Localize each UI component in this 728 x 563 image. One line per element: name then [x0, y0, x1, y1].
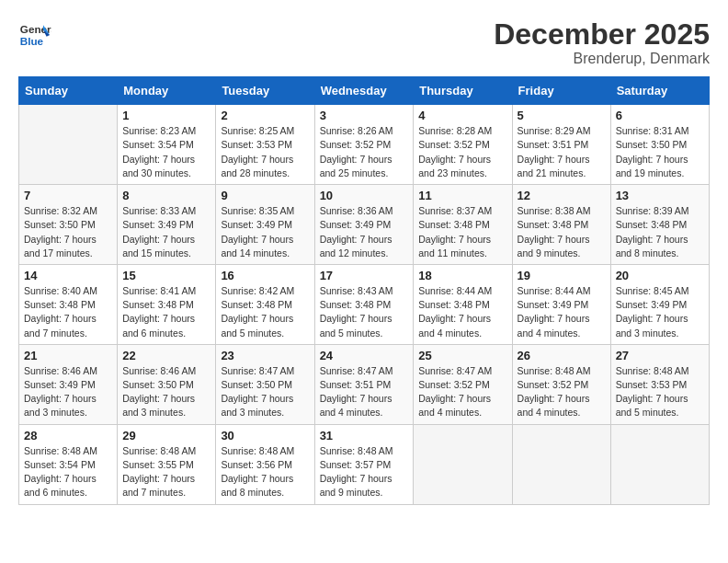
- calendar-week-row: 28Sunrise: 8:48 AM Sunset: 3:54 PM Dayli…: [19, 424, 710, 504]
- day-info: Sunrise: 8:48 AM Sunset: 3:52 PM Dayligh…: [518, 364, 606, 420]
- calendar-cell: 28Sunrise: 8:48 AM Sunset: 3:54 PM Dayli…: [19, 424, 118, 504]
- day-info: Sunrise: 8:46 AM Sunset: 3:50 PM Dayligh…: [122, 364, 210, 420]
- calendar-cell: 1Sunrise: 8:23 AM Sunset: 3:54 PM Daylig…: [118, 105, 216, 185]
- day-info: Sunrise: 8:46 AM Sunset: 3:49 PM Dayligh…: [24, 364, 112, 420]
- day-info: Sunrise: 8:32 AM Sunset: 3:50 PM Dayligh…: [24, 204, 112, 260]
- svg-text:Blue: Blue: [20, 35, 44, 47]
- calendar-cell: 14Sunrise: 8:40 AM Sunset: 3:48 PM Dayli…: [19, 264, 118, 344]
- calendar-cell: 15Sunrise: 8:41 AM Sunset: 3:48 PM Dayli…: [118, 264, 216, 344]
- day-info: Sunrise: 8:47 AM Sunset: 3:52 PM Dayligh…: [418, 364, 506, 420]
- day-number: 20: [616, 269, 704, 282]
- day-info: Sunrise: 8:44 AM Sunset: 3:48 PM Dayligh…: [418, 284, 506, 340]
- weekday-header-tuesday: Tuesday: [216, 77, 314, 105]
- day-number: 9: [221, 189, 309, 202]
- day-info: Sunrise: 8:48 AM Sunset: 3:57 PM Dayligh…: [320, 444, 409, 500]
- calendar-cell: [610, 424, 709, 504]
- day-number: 4: [418, 109, 506, 122]
- calendar-cell: 10Sunrise: 8:36 AM Sunset: 3:49 PM Dayli…: [314, 185, 414, 265]
- day-info: Sunrise: 8:37 AM Sunset: 3:48 PM Dayligh…: [418, 204, 506, 260]
- calendar-cell: 29Sunrise: 8:48 AM Sunset: 3:55 PM Dayli…: [118, 424, 216, 504]
- page-header: General Blue December 2025 Brenderup, De…: [18, 18, 710, 67]
- day-info: Sunrise: 8:48 AM Sunset: 3:55 PM Dayligh…: [122, 444, 210, 500]
- logo: General Blue: [18, 18, 51, 52]
- day-number: 13: [616, 189, 704, 202]
- day-number: 1: [122, 109, 210, 122]
- day-number: 11: [418, 189, 506, 202]
- day-number: 26: [518, 349, 606, 362]
- day-number: 21: [24, 349, 112, 362]
- calendar-cell: 7Sunrise: 8:32 AM Sunset: 3:50 PM Daylig…: [19, 185, 118, 265]
- weekday-header-monday: Monday: [118, 77, 216, 105]
- calendar-week-row: 7Sunrise: 8:32 AM Sunset: 3:50 PM Daylig…: [19, 185, 710, 265]
- calendar-cell: 8Sunrise: 8:33 AM Sunset: 3:49 PM Daylig…: [118, 185, 216, 265]
- day-info: Sunrise: 8:48 AM Sunset: 3:53 PM Dayligh…: [616, 364, 704, 420]
- calendar-week-row: 14Sunrise: 8:40 AM Sunset: 3:48 PM Dayli…: [19, 264, 710, 344]
- calendar-title: December 2025: [494, 18, 710, 51]
- calendar-cell: 9Sunrise: 8:35 AM Sunset: 3:49 PM Daylig…: [216, 185, 314, 265]
- day-info: Sunrise: 8:43 AM Sunset: 3:48 PM Dayligh…: [320, 284, 409, 340]
- day-number: 27: [616, 349, 704, 362]
- calendar-subtitle: Brenderup, Denmark: [494, 51, 710, 67]
- day-info: Sunrise: 8:47 AM Sunset: 3:50 PM Dayligh…: [221, 364, 309, 420]
- day-number: 15: [122, 269, 210, 282]
- day-number: 12: [518, 189, 606, 202]
- calendar-table: SundayMondayTuesdayWednesdayThursdayFrid…: [18, 76, 710, 504]
- day-info: Sunrise: 8:36 AM Sunset: 3:49 PM Dayligh…: [320, 204, 409, 260]
- calendar-cell: 19Sunrise: 8:44 AM Sunset: 3:49 PM Dayli…: [512, 264, 610, 344]
- calendar-cell: 24Sunrise: 8:47 AM Sunset: 3:51 PM Dayli…: [314, 344, 414, 424]
- day-number: 8: [122, 189, 210, 202]
- day-info: Sunrise: 8:23 AM Sunset: 3:54 PM Dayligh…: [122, 124, 210, 180]
- calendar-cell: [512, 424, 610, 504]
- day-info: Sunrise: 8:26 AM Sunset: 3:52 PM Dayligh…: [320, 124, 409, 180]
- calendar-cell: [19, 105, 118, 185]
- day-info: Sunrise: 8:38 AM Sunset: 3:48 PM Dayligh…: [518, 204, 606, 260]
- day-number: 25: [418, 349, 506, 362]
- calendar-cell: 4Sunrise: 8:28 AM Sunset: 3:52 PM Daylig…: [414, 105, 512, 185]
- calendar-week-row: 1Sunrise: 8:23 AM Sunset: 3:54 PM Daylig…: [19, 105, 710, 185]
- day-info: Sunrise: 8:45 AM Sunset: 3:49 PM Dayligh…: [616, 284, 704, 340]
- calendar-cell: 26Sunrise: 8:48 AM Sunset: 3:52 PM Dayli…: [512, 344, 610, 424]
- calendar-cell: 27Sunrise: 8:48 AM Sunset: 3:53 PM Dayli…: [610, 344, 709, 424]
- day-number: 19: [518, 269, 606, 282]
- calendar-cell: 31Sunrise: 8:48 AM Sunset: 3:57 PM Dayli…: [314, 424, 414, 504]
- calendar-cell: 2Sunrise: 8:25 AM Sunset: 3:53 PM Daylig…: [216, 105, 314, 185]
- calendar-cell: 5Sunrise: 8:29 AM Sunset: 3:51 PM Daylig…: [512, 105, 610, 185]
- day-info: Sunrise: 8:39 AM Sunset: 3:48 PM Dayligh…: [616, 204, 704, 260]
- calendar-cell: 18Sunrise: 8:44 AM Sunset: 3:48 PM Dayli…: [414, 264, 512, 344]
- calendar-cell: 21Sunrise: 8:46 AM Sunset: 3:49 PM Dayli…: [19, 344, 118, 424]
- day-info: Sunrise: 8:31 AM Sunset: 3:50 PM Dayligh…: [616, 124, 704, 180]
- day-info: Sunrise: 8:44 AM Sunset: 3:49 PM Dayligh…: [518, 284, 606, 340]
- title-block: December 2025 Brenderup, Denmark: [494, 18, 710, 67]
- calendar-cell: 11Sunrise: 8:37 AM Sunset: 3:48 PM Dayli…: [414, 185, 512, 265]
- day-info: Sunrise: 8:40 AM Sunset: 3:48 PM Dayligh…: [24, 284, 112, 340]
- calendar-week-row: 21Sunrise: 8:46 AM Sunset: 3:49 PM Dayli…: [19, 344, 710, 424]
- day-info: Sunrise: 8:41 AM Sunset: 3:48 PM Dayligh…: [122, 284, 210, 340]
- weekday-header-saturday: Saturday: [610, 77, 709, 105]
- day-info: Sunrise: 8:48 AM Sunset: 3:54 PM Dayligh…: [24, 444, 112, 500]
- day-number: 22: [122, 349, 210, 362]
- weekday-header-thursday: Thursday: [414, 77, 512, 105]
- calendar-cell: 22Sunrise: 8:46 AM Sunset: 3:50 PM Dayli…: [118, 344, 216, 424]
- day-info: Sunrise: 8:29 AM Sunset: 3:51 PM Dayligh…: [518, 124, 606, 180]
- day-number: 7: [24, 189, 112, 202]
- day-number: 17: [320, 269, 409, 282]
- day-info: Sunrise: 8:33 AM Sunset: 3:49 PM Dayligh…: [122, 204, 210, 260]
- calendar-cell: 6Sunrise: 8:31 AM Sunset: 3:50 PM Daylig…: [610, 105, 709, 185]
- weekday-header-friday: Friday: [512, 77, 610, 105]
- day-number: 5: [518, 109, 606, 122]
- day-number: 31: [320, 429, 409, 442]
- calendar-cell: 13Sunrise: 8:39 AM Sunset: 3:48 PM Dayli…: [610, 185, 709, 265]
- day-info: Sunrise: 8:28 AM Sunset: 3:52 PM Dayligh…: [418, 124, 506, 180]
- day-number: 16: [221, 269, 309, 282]
- weekday-header-wednesday: Wednesday: [314, 77, 414, 105]
- weekday-header-row: SundayMondayTuesdayWednesdayThursdayFrid…: [19, 77, 710, 105]
- calendar-cell: 20Sunrise: 8:45 AM Sunset: 3:49 PM Dayli…: [610, 264, 709, 344]
- calendar-cell: 12Sunrise: 8:38 AM Sunset: 3:48 PM Dayli…: [512, 185, 610, 265]
- day-number: 23: [221, 349, 309, 362]
- calendar-cell: 25Sunrise: 8:47 AM Sunset: 3:52 PM Dayli…: [414, 344, 512, 424]
- calendar-cell: 23Sunrise: 8:47 AM Sunset: 3:50 PM Dayli…: [216, 344, 314, 424]
- calendar-cell: 30Sunrise: 8:48 AM Sunset: 3:56 PM Dayli…: [216, 424, 314, 504]
- day-number: 29: [122, 429, 210, 442]
- calendar-cell: [414, 424, 512, 504]
- day-number: 30: [221, 429, 309, 442]
